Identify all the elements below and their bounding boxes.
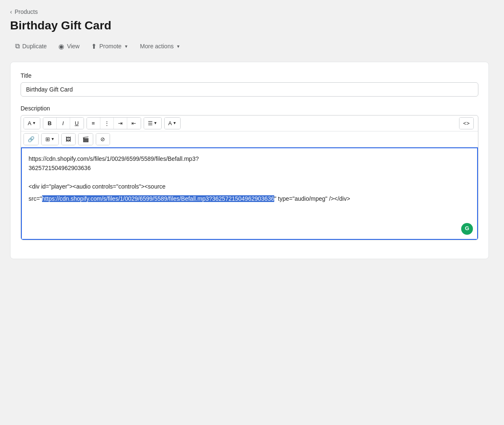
back-chevron-icon: ‹: [10, 8, 12, 15]
page-title: Birthday Gift Card: [10, 18, 494, 33]
font-icon: A: [28, 120, 32, 126]
editor-content-area[interactable]: https://cdn.shopify.com/s/files/1/0029/6…: [21, 147, 478, 240]
eye-icon: ◉: [58, 42, 64, 50]
promote-label: Promote: [99, 43, 121, 50]
duplicate-button[interactable]: ⧉ Duplicate: [10, 39, 52, 53]
breadcrumb: ‹ Products: [10, 8, 494, 15]
more-actions-button[interactable]: More actions ▼: [135, 40, 185, 52]
list-group: ≡ ⋮ ⇥ ⇤: [87, 117, 141, 129]
video-icon: 🎬: [82, 136, 89, 142]
highlighted-url: https://cdn.shopify.com/s/files/1/0029/6…: [42, 195, 274, 202]
more-actions-label: More actions: [140, 43, 173, 50]
description-section: Description A ▼ B I U ≡ ⋮ ⇥: [21, 105, 478, 240]
color-chevron-icon: ▼: [173, 121, 176, 125]
editor-toolbar-row1: A ▼ B I U ≡ ⋮ ⇥ ⇤ ☰: [21, 115, 478, 131]
promote-button[interactable]: ⬆ Promote ▼: [86, 39, 133, 53]
font-button[interactable]: A ▼: [24, 118, 40, 129]
grammarly-badge[interactable]: G: [461, 223, 473, 235]
action-bar: ⧉ Duplicate ◉ View ⬆ Promote ▼ More acti…: [10, 39, 494, 53]
block-button[interactable]: ⊘: [96, 134, 110, 145]
duplicate-label: Duplicate: [22, 43, 47, 50]
indent-button[interactable]: ⇥: [114, 118, 127, 129]
content-line-1: https://cdn.shopify.com/s/files/1/0029/6…: [29, 154, 470, 173]
underline-button[interactable]: U: [70, 118, 84, 129]
product-card: Title Description A ▼ B I U ≡: [10, 62, 489, 259]
block-icon: ⊘: [100, 136, 105, 142]
ordered-list-button[interactable]: ⋮: [100, 118, 114, 129]
source-group: <>: [459, 117, 474, 129]
color-group: A ▼: [164, 117, 181, 129]
description-editor: A ▼ B I U ≡ ⋮ ⇥ ⇤ ☰: [21, 115, 478, 240]
table-button[interactable]: ⊞ ▼: [42, 134, 58, 145]
video-button[interactable]: 🎬: [79, 134, 93, 145]
italic-button[interactable]: I: [57, 118, 70, 129]
table-chevron-icon: ▼: [51, 137, 55, 141]
unordered-list-button[interactable]: ≡: [87, 118, 100, 129]
link-icon: 🔗: [28, 136, 34, 142]
table-group: ⊞ ▼: [41, 133, 59, 145]
view-button[interactable]: ◉ View: [53, 39, 84, 53]
link-group: 🔗: [24, 133, 39, 145]
align-chevron-icon: ▼: [154, 121, 158, 125]
title-input[interactable]: [21, 82, 478, 97]
text-color-icon: A: [168, 120, 172, 126]
description-label: Description: [21, 105, 478, 112]
promote-chevron-icon: ▼: [124, 44, 128, 49]
bold-button[interactable]: B: [43, 118, 57, 129]
image-icon: 🖼: [66, 136, 71, 142]
outdent-button[interactable]: ⇤: [127, 118, 141, 129]
align-icon: ☰: [148, 120, 153, 126]
format-group: B I U: [43, 117, 84, 129]
link-button[interactable]: 🔗: [24, 134, 38, 145]
breadcrumb-products-link[interactable]: Products: [15, 8, 38, 15]
title-section: Title: [21, 72, 478, 97]
editor-toolbar-row2: 🔗 ⊞ ▼ 🖼 🎬: [21, 131, 478, 147]
font-chevron-icon: ▼: [32, 121, 36, 125]
content-blank-line: [29, 175, 470, 182]
title-label: Title: [21, 72, 478, 79]
more-actions-chevron-icon: ▼: [176, 44, 180, 49]
view-label: View: [67, 43, 79, 50]
block-group: ⊘: [96, 133, 110, 145]
video-group: 🎬: [78, 133, 93, 145]
image-group: 🖼: [61, 133, 76, 145]
promote-icon: ⬆: [91, 42, 97, 50]
content-line-4: src="https://cdn.shopify.com/s/files/1/0…: [29, 194, 470, 203]
font-group: A ▼: [24, 117, 40, 129]
align-button[interactable]: ☰ ▼: [144, 118, 161, 129]
align-group: ☰ ▼: [144, 117, 162, 129]
content-line-3: <div id="player"><audio controls="contro…: [29, 182, 470, 191]
duplicate-icon: ⧉: [15, 42, 20, 50]
image-button[interactable]: 🖼: [62, 134, 75, 145]
text-color-button[interactable]: A ▼: [165, 118, 181, 129]
table-icon: ⊞: [45, 136, 50, 142]
source-button[interactable]: <>: [459, 118, 473, 129]
